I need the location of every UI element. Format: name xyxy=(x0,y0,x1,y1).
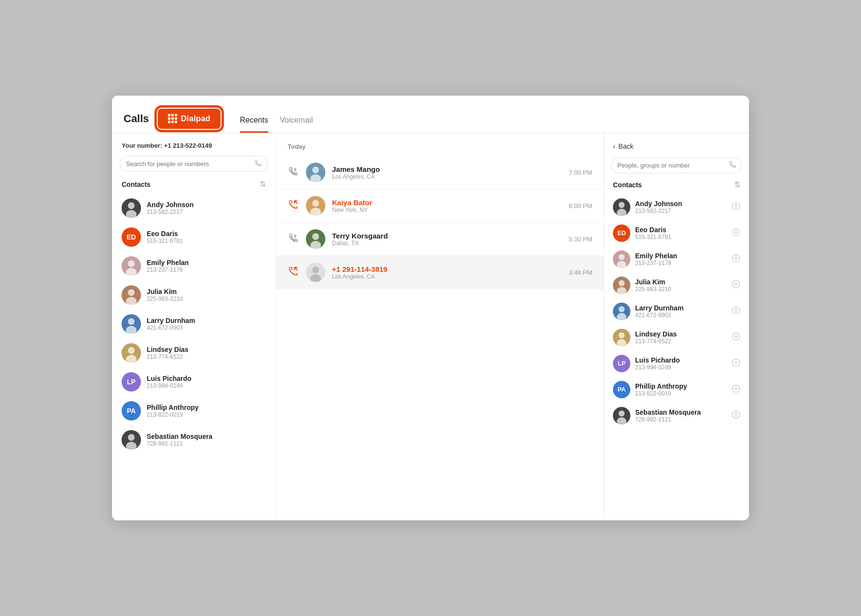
svg-point-33 xyxy=(619,202,625,208)
contact-info: Luis Pichardo 213-994-0249 xyxy=(147,375,192,389)
avatar xyxy=(306,229,325,249)
list-item[interactable]: EDEeo Daris 515-321-8781 xyxy=(112,223,276,252)
right-sort-icon[interactable]: ⇅ xyxy=(734,180,740,189)
contact-phone: 213-822-0019 xyxy=(147,411,199,418)
avatar: LP xyxy=(613,355,630,372)
add-contact-icon[interactable] xyxy=(732,358,740,369)
missed-call-icon xyxy=(288,200,299,211)
list-item[interactable]: LPLuis Pichardo 213-994-0249 xyxy=(604,350,749,377)
contact-name: Luis Pichardo xyxy=(635,356,680,364)
list-item[interactable]: PAPhillip Anthropy 213-822-0019 xyxy=(604,377,749,403)
contact-name: Emily Phelan xyxy=(147,259,189,266)
recent-info: +1 291-114-3819 Los Angeles, CA xyxy=(332,265,562,280)
avatar: PA xyxy=(613,381,630,398)
add-contact-icon[interactable] xyxy=(732,384,740,395)
contacts-label: Contacts xyxy=(122,181,151,188)
add-contact-icon[interactable] xyxy=(732,306,740,317)
add-contact-icon[interactable] xyxy=(732,228,740,239)
list-item[interactable]: Sebastian Mosquera 728-992-1121 xyxy=(604,403,749,429)
svg-point-26 xyxy=(312,233,319,240)
list-item[interactable]: James Mango Los Angeles, CA7:00 PM xyxy=(276,156,604,189)
contact-phone: 213-822-0019 xyxy=(635,390,687,397)
recent-info: Terry Korsgaard Dallas, TX xyxy=(332,232,562,247)
contact-phone: 213-582-2217 xyxy=(635,208,682,214)
tab-voicemail[interactable]: Voicemail xyxy=(280,116,313,133)
svg-point-7 xyxy=(128,289,135,296)
list-item[interactable]: Lindsey Dias 213-774-6522 xyxy=(604,324,749,350)
add-contact-icon[interactable] xyxy=(732,410,740,421)
contact-info: Phillip Anthropy 213-822-0019 xyxy=(147,404,199,418)
list-item[interactable]: +1 291-114-3819 Los Angeles, CA3:48 PM xyxy=(276,256,604,289)
avatar xyxy=(613,251,630,268)
missed-call-icon xyxy=(288,267,299,278)
contacts-header: Contacts ⇅ xyxy=(112,180,276,194)
contact-phone: 213-774-6522 xyxy=(147,353,188,360)
list-item[interactable]: Larry Durnham 421-672-9903 xyxy=(604,298,749,324)
contact-info: Andy Johnson 213-582-2217 xyxy=(635,200,682,214)
back-label: Back xyxy=(618,142,633,150)
recent-location: New York, NY xyxy=(332,207,562,213)
contact-phone: 515-321-8781 xyxy=(147,238,183,244)
avatar xyxy=(122,430,141,449)
sort-icon[interactable]: ⇅ xyxy=(260,180,266,189)
search-input[interactable] xyxy=(126,160,251,168)
incoming-call-icon xyxy=(288,167,299,178)
list-item[interactable]: EDEeo Daris 515-321-8781 xyxy=(604,220,749,246)
list-item[interactable]: Andy Johnson 213-582-2217 xyxy=(604,194,749,220)
list-item[interactable]: Sebastian Mosquera 728-992-1121 xyxy=(112,425,276,454)
recent-time: 7:00 PM xyxy=(569,169,592,176)
tab-recents[interactable]: Recents xyxy=(240,116,268,133)
svg-point-13 xyxy=(128,347,135,354)
svg-point-16 xyxy=(128,434,135,441)
contact-info: Andy Johnson 213-582-2217 xyxy=(147,201,194,215)
header: Calls Dialpad Recents Voicemail xyxy=(112,96,749,133)
contact-name: Eeo Daris xyxy=(635,226,671,234)
contact-name: Emily Phelan xyxy=(635,252,677,260)
contact-name: Luis Pichardo xyxy=(147,375,192,382)
add-contact-icon[interactable] xyxy=(732,332,740,343)
page-title: Calls xyxy=(124,112,149,125)
recent-name: Kaiya Bator xyxy=(332,198,562,207)
svg-point-4 xyxy=(128,260,135,267)
list-item[interactable]: Andy Johnson 213-582-2217 xyxy=(112,194,276,223)
right-contacts-label: Contacts xyxy=(613,181,642,189)
right-panel: ‹ Back Contacts ⇅ Andy Johnson 213-5 xyxy=(604,133,749,520)
contact-phone: 728-992-1121 xyxy=(635,416,701,423)
contact-name: Julia Kim xyxy=(635,278,671,286)
avatar xyxy=(613,277,630,294)
contact-info: Eeo Daris 515-321-8781 xyxy=(635,226,671,240)
recent-time: 6:00 PM xyxy=(569,202,592,210)
list-item[interactable]: Emily Phelan 213-237-1178 xyxy=(604,246,749,272)
search-box[interactable] xyxy=(120,156,268,172)
back-button[interactable]: ‹ Back xyxy=(604,142,749,157)
contact-phone: 421-672-9903 xyxy=(147,324,195,331)
contact-name: Lindsey Dias xyxy=(147,346,188,353)
svg-point-10 xyxy=(128,318,135,325)
list-item[interactable]: PAPhillip Anthropy 213-822-0019 xyxy=(112,396,276,425)
list-item[interactable]: Kaiya Bator New York, NY6:00 PM xyxy=(276,189,604,223)
list-item[interactable]: Julia Kim 225-983-3210 xyxy=(604,272,749,298)
list-item[interactable]: Larry Durnham 421-672-9903 xyxy=(112,309,276,338)
svg-point-42 xyxy=(619,254,625,260)
list-item[interactable]: Terry Korsgaard Dallas, TX5:30 PM xyxy=(276,223,604,256)
dialpad-button[interactable]: Dialpad xyxy=(158,109,221,129)
avatar xyxy=(306,263,325,282)
add-contact-icon[interactable] xyxy=(732,202,740,213)
app-container: Calls Dialpad Recents Voicemail Your num… xyxy=(112,96,749,520)
avatar: PA xyxy=(122,401,141,420)
avatar xyxy=(613,198,630,216)
list-item[interactable]: Lindsey Dias 213-774-6522 xyxy=(112,338,276,367)
contact-info: Sebastian Mosquera 728-992-1121 xyxy=(147,433,212,447)
svg-point-30 xyxy=(312,266,319,273)
svg-point-54 xyxy=(619,306,625,312)
list-item[interactable]: Emily Phelan 213-237-1178 xyxy=(112,252,276,280)
add-contact-icon[interactable] xyxy=(732,280,740,291)
contact-info: Emily Phelan 213-237-1178 xyxy=(147,259,189,273)
add-contact-icon[interactable] xyxy=(732,254,740,265)
right-search-box[interactable] xyxy=(611,157,742,173)
left-sidebar: Your number: +1 213-522-0149 Contacts ⇅ … xyxy=(112,133,276,520)
right-search-input[interactable] xyxy=(617,162,725,169)
list-item[interactable]: LPLuis Pichardo 213-994-0249 xyxy=(112,367,276,396)
list-item[interactable]: Julia Kim 225-983-3210 xyxy=(112,280,276,309)
contact-name: Phillip Anthropy xyxy=(147,404,199,411)
